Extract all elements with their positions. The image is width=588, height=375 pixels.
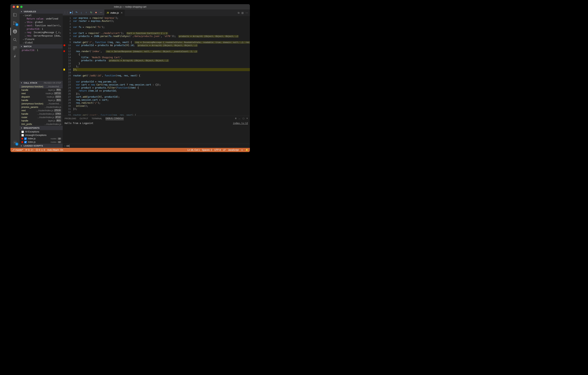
svg-point-1 xyxy=(13,24,14,25)
breakpoint-row[interactable]: index.jsroutes10 xyxy=(20,137,63,140)
stop-icon[interactable]: ■ xyxy=(94,10,98,15)
callstack-status: PAUSED ON STEP xyxy=(44,82,61,84)
sync-item[interactable]: ⟳0↓ 2↑ xyxy=(25,149,33,151)
panel-tab-terminal[interactable]: TERMINAL xyxy=(92,117,102,120)
cursor-position[interactable]: Ln 18, Col 1 xyxy=(188,149,200,151)
console-location[interactable]: index.js:12 xyxy=(233,122,248,143)
step-over-icon[interactable]: ↷ xyxy=(74,10,79,15)
close-window-icon[interactable] xyxy=(13,6,15,8)
current-line-glyph[interactable] xyxy=(63,69,65,70)
stack-frame[interactable]: dispatchroute.js112:3 xyxy=(20,95,63,99)
callstack-section-header[interactable]: ▾CALL STACKPAUSED ON STEP xyxy=(20,81,63,85)
panel-tab-problems[interactable]: PROBLEMS xyxy=(65,117,76,120)
panel-tab-output[interactable]: OUTPUT xyxy=(80,117,88,120)
variable-row[interactable]: ▸this: global xyxy=(20,21,63,24)
errors-item[interactable]: ⓧ0 ⚠0 xyxy=(36,148,45,152)
scope-closure[interactable]: ▸Closure xyxy=(20,38,63,41)
stack-frame[interactable]: next.../router/index.js275:10 xyxy=(20,109,63,112)
branch-icon: ⎇ xyxy=(12,149,15,151)
stack-frame[interactable]: (anonymous function).../router/ind… xyxy=(20,102,63,105)
tab-index-js[interactable]: JS index.js ✕ xyxy=(104,10,125,16)
vscode-window: index.js — nodejs-shopping-cart 4 1 ▾VAR… xyxy=(10,4,250,152)
search-icon[interactable] xyxy=(10,36,20,44)
stack-frame[interactable]: (anonymous function).../routes/ind… xyxy=(20,85,63,88)
close-panel-icon[interactable]: ✕ xyxy=(246,117,248,120)
variable-row[interactable]: Return value: undefined xyxy=(20,17,63,21)
panel-tab-debug-console[interactable]: DEBUG CONSOLE xyxy=(105,117,124,120)
maximize-window-icon[interactable] xyxy=(20,6,22,8)
bp-all-exceptions[interactable]: All Exceptions xyxy=(20,130,63,133)
console-message: Hallo from a Logpoint xyxy=(65,122,93,143)
editor-group: ⋮⋮ ▶⎮ ↷ ↓ ↑ ↻ ■ ⋯ JS index.js ✕ xyxy=(63,10,250,148)
extensions-icon[interactable] xyxy=(10,44,20,52)
logpoint-glyph[interactable] xyxy=(63,50,65,52)
debug-toolbar: ⋮⋮ ▶⎮ ↷ ↓ ↑ ↻ ■ ⋯ xyxy=(63,10,104,15)
maximize-panel-icon[interactable]: ▢ xyxy=(242,117,244,120)
watch-section-header[interactable]: ▾WATCH xyxy=(20,44,63,49)
repl-prompt-icon: › xyxy=(64,145,65,147)
restart-icon[interactable]: ↻ xyxy=(89,10,93,15)
variable-row[interactable]: ▸req: IncomingMessage {_readableSt… xyxy=(20,31,63,34)
breakpoints-section-header[interactable]: ▾BREAKPOINTS xyxy=(20,126,63,130)
stack-frame[interactable]: handle.../router/index.js174:3 xyxy=(20,112,63,116)
breakpoint-row[interactable]: index.jsroutes12 xyxy=(20,140,63,144)
notifications-icon[interactable]: 🔔 xyxy=(245,149,248,151)
more-actions-icon[interactable]: ⋯ xyxy=(245,11,248,14)
collapse-icon[interactable]: ︿ xyxy=(239,117,241,120)
sync-icon: ⟳ xyxy=(25,149,27,151)
more-icon[interactable]: ⋯ xyxy=(99,10,103,15)
azure-icon[interactable] xyxy=(10,53,20,60)
activity-bar: 4 1 xyxy=(10,10,20,148)
callstack-title: CALL STACK xyxy=(24,82,38,84)
stack-frame[interactable]: process_params.../router/index.js xyxy=(20,105,63,109)
text-editor[interactable]: 1234567891011121314151617181920212223242… xyxy=(63,16,250,116)
auto-attach-item[interactable]: Auto Attach: On xyxy=(47,149,63,151)
stack-frame[interactable]: nextroute.js137:13 xyxy=(20,92,63,95)
feedback-icon[interactable]: ☺ xyxy=(241,149,243,151)
settings-icon[interactable]: 1 xyxy=(10,139,20,146)
svg-rect-8 xyxy=(13,48,15,50)
scm-icon[interactable]: 4 xyxy=(10,19,20,27)
stack-frame[interactable]: handlelayer.js95:5 xyxy=(20,88,63,92)
svg-rect-6 xyxy=(13,46,15,48)
continue-icon[interactable]: ▶⎮ xyxy=(69,10,74,15)
variable-row[interactable]: ▸res: ServerResponse {domain: null… xyxy=(20,34,63,38)
split-editor-icon[interactable]: ▥ xyxy=(241,11,244,14)
drag-handle-icon[interactable]: ⋮⋮ xyxy=(64,10,68,15)
variable-row[interactable]: productId: 1 xyxy=(20,27,63,31)
watch-row[interactable]: productId: 1 xyxy=(20,49,63,52)
language-item[interactable]: JavaScript xyxy=(228,149,239,151)
stack-frame[interactable]: handlelayer.js95:5 xyxy=(20,99,63,102)
minimize-window-icon[interactable] xyxy=(16,6,19,8)
variable-row[interactable]: ▸next: function next(err) { … } xyxy=(20,24,63,27)
stack-frame[interactable]: router.../router/index.js47:12 xyxy=(20,116,63,119)
indentation-item[interactable]: Spaces: 2 xyxy=(202,149,212,151)
stack-frame[interactable]: handlelayer.js95:5 xyxy=(20,119,63,122)
scm-badge: 4 xyxy=(15,23,18,26)
debug-sidebar: ▾VARIABLES ▾Local Return value: undefine… xyxy=(20,10,63,148)
step-into-icon[interactable]: ↓ xyxy=(79,10,84,15)
git-branch-item[interactable]: ⎇master* xyxy=(12,149,23,151)
scope-global[interactable]: ▸Global xyxy=(20,41,63,44)
close-tab-icon[interactable]: ✕ xyxy=(121,11,123,14)
explorer-icon[interactable] xyxy=(10,11,20,19)
scope-local[interactable]: ▾Local xyxy=(20,14,63,17)
debug-icon[interactable] xyxy=(10,28,20,35)
titlebar: index.js — nodejs-shopping-cart xyxy=(10,4,250,10)
svg-rect-7 xyxy=(15,46,17,48)
bp-uncaught-exceptions[interactable]: Uncaught Exceptions xyxy=(20,133,63,137)
tab-label: index.js xyxy=(110,11,119,14)
traffic-lights xyxy=(10,6,22,8)
loaded-scripts-section-header[interactable]: ▸LOADED SCRIPTS xyxy=(20,144,63,148)
step-out-icon[interactable]: ↑ xyxy=(84,10,88,15)
diff-icon[interactable]: ⧉ xyxy=(238,11,240,14)
breakpoint-glyph[interactable] xyxy=(63,44,65,46)
stack-frame[interactable]: trim_prefix.../router/index.js xyxy=(20,122,63,126)
status-bar: ⎇master* ⟳0↓ 2↑ ⓧ0 ⚠0 Auto Attach: On Ln… xyxy=(10,148,250,152)
loaded-scripts-title: LOADED SCRIPTS xyxy=(24,145,43,147)
filter-icon[interactable]: ≣ xyxy=(235,117,237,120)
eol-item[interactable]: LF xyxy=(223,149,226,151)
debug-repl-input[interactable]: › 44 xyxy=(63,144,250,148)
variables-section-header[interactable]: ▾VARIABLES xyxy=(20,10,63,14)
encoding-item[interactable]: UTF-8 xyxy=(214,149,221,151)
